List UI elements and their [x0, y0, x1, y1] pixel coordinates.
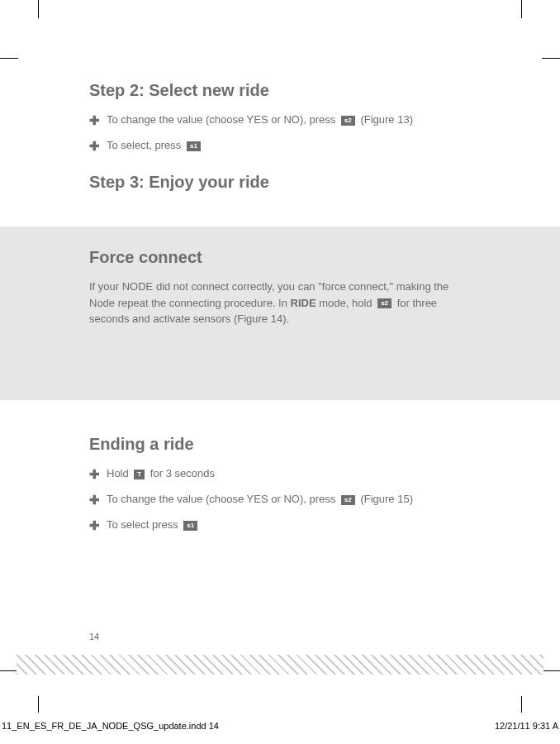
key-badge: s2: [377, 298, 392, 308]
key-badge: s2: [341, 495, 355, 505]
crop-mark: [0, 58, 18, 59]
force-text: If your NODE did not connect correctly, …: [89, 279, 469, 327]
hatch-decoration: [17, 655, 543, 675]
step3-heading: Step 3: Enjoy your ride: [89, 173, 537, 192]
list-item: ✚ To change the value (choose YES or NO)…: [89, 112, 537, 129]
step2-list: ✚ To change the value (choose YES or NO)…: [89, 112, 537, 155]
list-item: ✚ To select press s1: [89, 517, 537, 534]
plus-icon: ✚: [89, 465, 100, 483]
item-text: Hold T for 3 seconds: [107, 466, 215, 481]
ending-list: ✚ Hold T for 3 seconds ✚ To change the v…: [89, 465, 537, 534]
crop-mark: [38, 696, 39, 713]
key-badge: T: [134, 470, 145, 479]
plus-icon: ✚: [89, 112, 100, 129]
footer-file: 11_EN_ES_FR_DE_JA_NODE_QSG_update.indd 1…: [0, 721, 219, 731]
crop-mark: [542, 670, 560, 671]
item-text: To select, press s1: [107, 138, 203, 153]
item-text: To select press s1: [107, 517, 200, 532]
plus-icon: ✚: [89, 517, 100, 534]
force-heading: Force connect: [89, 248, 537, 267]
list-item: ✚ Hold T for 3 seconds: [89, 465, 537, 483]
page-content: Step 2: Select new ride ✚ To change the …: [0, 0, 560, 534]
force-connect-box: Force connect If your NODE did not conne…: [0, 227, 560, 400]
list-item: ✚ To change the value (choose YES or NO)…: [89, 491, 537, 508]
crop-mark: [521, 696, 522, 713]
item-text: To change the value (choose YES or NO), …: [107, 492, 413, 507]
step2-heading: Step 2: Select new ride: [89, 81, 537, 100]
crop-mark: [38, 0, 39, 18]
footer: 11_EN_ES_FR_DE_JA_NODE_QSG_update.indd 1…: [0, 721, 560, 731]
crop-mark: [542, 58, 560, 59]
plus-icon: ✚: [89, 491, 100, 508]
crop-mark: [0, 670, 18, 671]
item-text: To change the value (choose YES or NO), …: [107, 112, 413, 127]
key-badge: s2: [341, 116, 355, 126]
footer-date: 12/21/11 9:31 A: [495, 721, 560, 731]
crop-mark: [521, 0, 522, 18]
key-badge: s1: [187, 141, 201, 151]
ending-heading: Ending a ride: [89, 435, 537, 454]
page-number: 14: [89, 632, 99, 641]
list-item: ✚ To select, press s1: [89, 137, 537, 155]
key-badge: s1: [183, 521, 197, 531]
plus-icon: ✚: [89, 137, 100, 155]
